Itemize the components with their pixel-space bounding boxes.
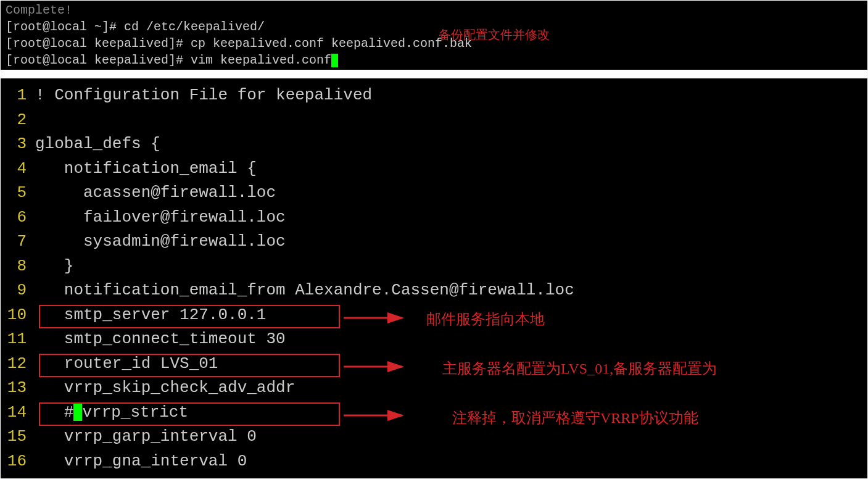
code-text: } [35, 254, 73, 279]
annotation-backup: 备份配置文件并修改 [439, 27, 550, 43]
terminal-line: [root@local keepalived]# cp keepalived.c… [6, 35, 862, 52]
code-text: #vrrp_strict [35, 401, 188, 425]
terminal-cursor [331, 54, 338, 67]
line-number: 16 [6, 449, 35, 474]
code-line: 14 #vrrp_strict [6, 401, 867, 425]
line-number: 7 [6, 230, 35, 254]
line-number: 15 [6, 425, 35, 449]
line-number: 3 [6, 132, 35, 157]
vim-editor-block[interactable]: 1! Configuration File for keepalived 2 3… [0, 78, 868, 479]
code-text: notification_email { [35, 157, 257, 181]
code-line: 8 } [6, 254, 867, 279]
code-text: vrrp_gna_interval 0 [35, 449, 247, 474]
code-text: smtp_server 127.0.0.1 [35, 303, 266, 328]
code-line: 1! Configuration File for keepalived [6, 83, 867, 108]
code-text: vrrp_garp_interval 0 [35, 425, 257, 449]
line-number: 14 [6, 401, 35, 425]
line-number: 5 [6, 181, 35, 206]
terminal-line: [root@local ~]# cd /etc/keepalived/ [6, 19, 862, 35]
code-line: 7 sysadmin@firewall.loc [6, 230, 867, 254]
code-text: notification_email_from Alexandre.Cassen… [35, 278, 574, 303]
annotation-routerid: 主服务器名配置为LVS_01,备服务器配置为 [442, 357, 717, 380]
line-number: 11 [6, 327, 35, 352]
code-line: 12 router_id LVS_01 [6, 352, 867, 377]
code-line: 6 failover@firewall.loc [6, 206, 867, 230]
line-number: 12 [6, 352, 35, 377]
line-number: 9 [6, 278, 35, 303]
code-text: smtp_connect_timeout 30 [35, 327, 286, 352]
terminal-line: [root@local keepalived]# vim keepalived.… [6, 52, 862, 69]
code-line: 2 [6, 108, 867, 133]
line-number: 2 [6, 108, 35, 133]
code-line: 4 notification_email { [6, 157, 867, 181]
code-text: sysadmin@firewall.loc [35, 230, 286, 254]
code-text: vrrp_skip_check_adv_addr [35, 376, 295, 401]
code-text: router_id LVS_01 [35, 352, 218, 377]
terminal-line: Complete! [6, 2, 862, 19]
line-number: 1 [6, 83, 35, 108]
code-line: 5 acassen@firewall.loc [6, 181, 867, 206]
line-number: 10 [6, 303, 35, 328]
line-number: 4 [6, 157, 35, 181]
code-line: 9 notification_email_from Alexandre.Cass… [6, 278, 867, 303]
annotation-vrrpstrict: 注释掉，取消严格遵守VRRP协议功能 [452, 407, 698, 429]
code-line: 11 smtp_connect_timeout 30 [6, 327, 867, 352]
code-text: failover@firewall.loc [35, 206, 286, 230]
editor-cursor [73, 404, 82, 421]
code-text: acassen@firewall.loc [35, 181, 276, 206]
line-number: 6 [6, 206, 35, 230]
line-number: 8 [6, 254, 35, 279]
code-line: 16 vrrp_gna_interval 0 [6, 449, 867, 474]
code-line: 3global_defs { [6, 132, 867, 157]
code-text: global_defs { [35, 132, 160, 157]
code-text: ! Configuration File for keepalived [35, 83, 372, 108]
code-line: 13 vrrp_skip_check_adv_addr [6, 376, 867, 401]
code-line: 15 vrrp_garp_interval 0 [6, 425, 867, 449]
annotation-smtp: 邮件服务指向本地 [426, 308, 545, 330]
line-number: 13 [6, 376, 35, 401]
terminal-prompt-block: Complete! [root@local ~]# cd /etc/keepal… [0, 0, 868, 70]
